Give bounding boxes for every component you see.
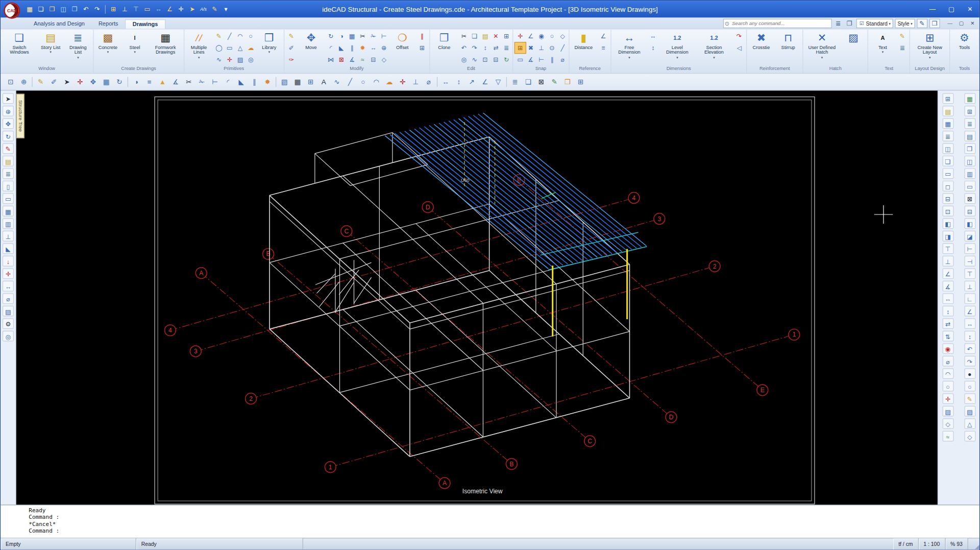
elevation-view-icon[interactable]: ◻	[942, 181, 953, 192]
divide-icon[interactable]: ∥	[416, 30, 428, 42]
sheet2-icon[interactable]: ▤	[964, 131, 975, 141]
flip-h-icon[interactable]: ⇄	[942, 318, 953, 329]
arc-tool-icon[interactable]: ◠	[370, 76, 382, 88]
open-file-icon[interactable]: ❒	[47, 4, 58, 14]
undo2-icon[interactable]: ↶	[964, 343, 975, 354]
spline-tool-icon[interactable]: ∿	[331, 76, 343, 88]
warning-icon[interactable]: ▲	[156, 76, 168, 88]
save-all-icon[interactable]: ❐	[69, 4, 80, 14]
measure-angle-icon[interactable]: ∡	[346, 54, 358, 65]
mdi-close-button[interactable]: ✕	[967, 19, 978, 28]
diamond-icon[interactable]: ◇	[964, 431, 975, 442]
lock-icon[interactable]: ⊠	[535, 76, 547, 88]
dot-icon[interactable]: ●	[964, 368, 975, 379]
offset-button[interactable]: ❍Offset	[389, 30, 415, 66]
dim-v-icon[interactable]: ↕	[942, 306, 953, 317]
group-objects-icon[interactable]: ❏	[522, 76, 534, 88]
format-painter-icon[interactable]: ❒	[929, 19, 940, 28]
undo-icon[interactable]: ↶	[81, 4, 91, 14]
align-top-icon[interactable]: ⊤	[131, 4, 141, 14]
lock2-icon[interactable]: ⊠	[964, 193, 975, 204]
array-icon[interactable]: ▦	[346, 30, 358, 42]
pen-icon[interactable]: ✎	[213, 30, 225, 42]
slabs-icon[interactable]: ▦	[3, 206, 14, 217]
reference-align-icon[interactable]: ≡	[597, 42, 609, 54]
chamfer-icon[interactable]: ◣	[335, 42, 347, 54]
break-icon[interactable]: ⊠	[335, 54, 347, 65]
stirrup-button[interactable]: ⊓Stirrup	[775, 30, 801, 66]
layers-icon[interactable]: ≣	[509, 76, 521, 88]
formwork-drawings-button[interactable]: ▦Formwork Drawings	[149, 30, 182, 66]
fillet-icon[interactable]: ◜	[325, 42, 336, 54]
corner-l-icon[interactable]: ◧	[964, 218, 975, 229]
list2-icon[interactable]: ≣	[964, 118, 975, 129]
pen-tool-icon[interactable]: ✎	[34, 76, 46, 88]
match-props-icon[interactable]: ≈	[357, 54, 369, 65]
stretch-icon[interactable]: ↔	[368, 42, 379, 54]
intersect-icon[interactable]: ◇	[378, 54, 389, 65]
find-icon[interactable]: ◎	[458, 54, 470, 65]
axis-mark-icon[interactable]: ✛	[942, 393, 953, 404]
trim-icon[interactable]: ✁	[368, 30, 379, 42]
wall2-icon[interactable]: ▥	[964, 168, 975, 179]
fillet-tool-icon[interactable]: ◜	[222, 76, 234, 88]
parallel-copy-icon[interactable]: ∥	[346, 42, 358, 54]
axes-icon[interactable]: ✛	[3, 268, 14, 279]
info-icon[interactable]: ◎	[3, 331, 14, 342]
sections-icon[interactable]: ⌀	[3, 293, 14, 304]
close-button[interactable]: ✕	[961, 1, 979, 17]
nudge-icon[interactable]: ↕	[479, 42, 491, 54]
snap-node-icon[interactable]: ○	[546, 30, 558, 42]
loads-icon[interactable]: ↓	[3, 256, 14, 267]
half-left-icon[interactable]: ◧	[942, 218, 953, 229]
tab-drawings[interactable]: Drawings	[125, 19, 165, 29]
target-icon[interactable]: ◉	[942, 343, 953, 354]
snap-endpoint-icon[interactable]: ✛	[514, 30, 526, 42]
cloud-tool-icon[interactable]: ☁	[383, 76, 396, 88]
select-arrow-icon[interactable]: ➤	[61, 76, 73, 88]
window2-icon[interactable]: ◫	[964, 156, 975, 166]
favorites-icon[interactable]: ≣	[834, 20, 843, 27]
replace-icon[interactable]: ∿	[469, 54, 480, 65]
spline-icon[interactable]: ∿	[213, 54, 225, 65]
beams-icon[interactable]: ▭	[3, 193, 14, 204]
stairs-icon[interactable]: ◣	[3, 243, 14, 254]
region-icon[interactable]: ▨	[234, 54, 246, 65]
pen-settings-icon[interactable]: ✎	[209, 4, 220, 14]
tri-icon[interactable]: △	[964, 418, 975, 429]
explode-icon[interactable]: ✸	[357, 42, 369, 54]
mark-icon[interactable]: ⊞	[416, 42, 428, 54]
window-split-icon[interactable]: ◫	[942, 143, 953, 154]
copy-sheet-icon[interactable]: ❐	[964, 143, 975, 154]
standard-select[interactable]: ☑ Standard ▾	[856, 19, 893, 28]
pan-icon[interactable]: ✥	[3, 118, 14, 129]
maximize-button[interactable]: ▢	[942, 1, 961, 17]
clone-button[interactable]: ❐Clone	[431, 30, 457, 66]
paint-icon[interactable]: ✎	[548, 76, 560, 88]
ring-icon[interactable]: ○	[964, 381, 975, 392]
rotate-icon[interactable]: ↻	[325, 30, 336, 42]
measure-angle-tool-icon[interactable]: ∡	[169, 76, 182, 88]
snap-midpoint-icon[interactable]: ∠	[525, 30, 536, 42]
extend-icon[interactable]: ⊢	[378, 30, 389, 42]
frames-icon[interactable]: ❏	[942, 156, 953, 166]
format-brush-icon[interactable]: ✐	[285, 42, 297, 54]
switch-windows-button[interactable]: ❏Switch Windows	[2, 30, 37, 66]
pointer-icon[interactable]: ➤	[187, 4, 198, 14]
offset-tool-icon[interactable]: ∥	[248, 76, 260, 88]
redo2-icon[interactable]: ↷	[964, 356, 975, 367]
node-edit-icon[interactable]: ✛	[74, 76, 86, 88]
library-button[interactable]: ❐Library▾	[256, 30, 282, 66]
angle2-icon[interactable]: ∠	[964, 306, 975, 317]
plan-view-icon[interactable]: ▭	[942, 168, 953, 179]
distance-button[interactable]: ▮Distance	[571, 30, 597, 66]
h2-icon[interactable]: ↔	[964, 318, 975, 329]
snap-polar-icon[interactable]: ∡	[525, 54, 536, 65]
extend-r-icon[interactable]: ⊣	[964, 256, 975, 267]
corner-r-icon[interactable]: ◪	[964, 231, 975, 242]
top2-icon[interactable]: ⊤	[964, 268, 975, 279]
save-icon[interactable]: ◫	[58, 4, 69, 14]
style-pen-icon[interactable]: ✎	[285, 30, 297, 42]
dim-vertical-tool-icon[interactable]: ↕	[453, 76, 465, 88]
snap-intersection-icon[interactable]: ✖	[525, 42, 536, 54]
